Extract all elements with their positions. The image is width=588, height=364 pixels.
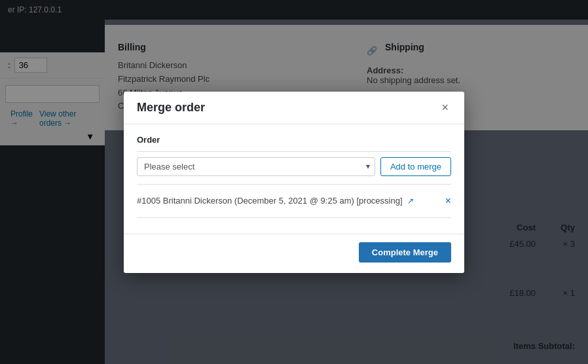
order-select[interactable]: Please select [137,157,375,176]
merge-item-row: #1005 Britanni Dickerson (December 5, 20… [137,190,451,212]
top-divider [137,151,451,152]
order-section-label: Order [137,135,451,145]
external-link-icon[interactable]: ↗ [407,196,414,206]
modal-overlay: Merge order × Order Please select ▾ Add … [0,0,588,364]
modal-body: Order Please select ▾ Add to merge #1005… [124,124,464,234]
modal-footer: Complete Merge [124,234,464,273]
order-select-row: Please select ▾ Add to merge [137,157,451,176]
merge-item-order-info: #1005 Britanni Dickerson (December 5, 20… [137,196,403,206]
merge-item-text: #1005 Britanni Dickerson (December 5, 20… [137,196,437,206]
complete-merge-button[interactable]: Complete Merge [359,242,451,263]
merge-order-modal: Merge order × Order Please select ▾ Add … [124,92,464,273]
order-select-wrapper: Please select ▾ [137,157,375,176]
middle-divider [137,184,451,185]
modal-close-button[interactable]: × [439,101,451,113]
modal-title: Merge order [137,101,205,115]
add-to-merge-button[interactable]: Add to merge [380,157,451,176]
remove-merge-item-button[interactable]: × [445,195,451,207]
modal-header: Merge order × [124,92,464,124]
bottom-divider [137,217,451,218]
